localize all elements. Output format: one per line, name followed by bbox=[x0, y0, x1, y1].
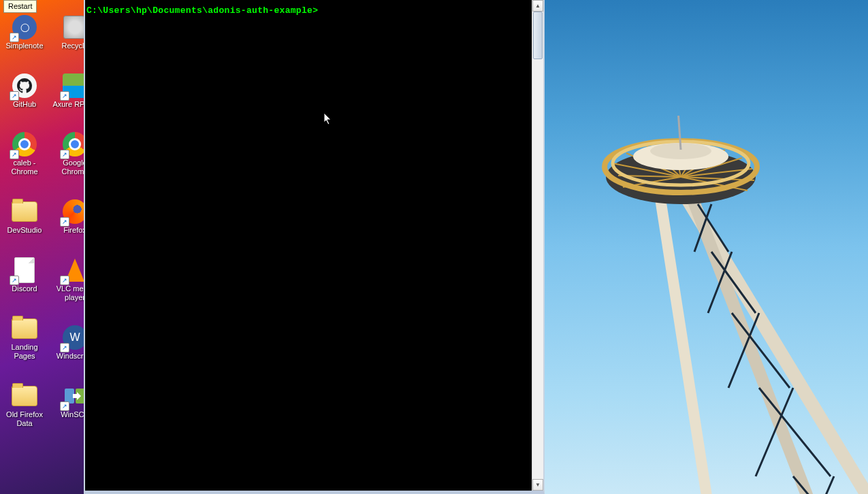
shortcut-arrow-icon: ↗ bbox=[60, 150, 69, 159]
icon-label: VLC media player bbox=[52, 284, 84, 302]
icon-label: GitHub bbox=[13, 100, 36, 109]
desktop-icon-recycle-bin[interactable]: Recycle bbox=[52, 14, 84, 50]
shortcut-arrow-icon: ↗ bbox=[10, 276, 19, 285]
restart-tooltip: Restart bbox=[3, 0, 37, 13]
shortcut-arrow-icon: ↗ bbox=[60, 276, 69, 285]
scroll-thumb[interactable] bbox=[533, 12, 543, 59]
scroll-up-button[interactable]: ▲ bbox=[532, 0, 543, 12]
desktop-icon-simplenote[interactable]: ◯ ↗ Simplenote bbox=[2, 14, 47, 50]
space-needle-image bbox=[585, 116, 868, 494]
desktop-icon-winscp[interactable]: ↗ WinSCP bbox=[52, 382, 84, 419]
shortcut-arrow-icon: ↗ bbox=[10, 91, 19, 101]
recycle-bin-icon bbox=[63, 16, 84, 39]
mouse-cursor-icon bbox=[323, 112, 333, 126]
icon-label: DevStudio bbox=[7, 226, 42, 235]
icon-label: Old Firefox Data bbox=[2, 410, 47, 428]
desktop-icon-discord[interactable]: ↗ Discord bbox=[2, 257, 47, 293]
shortcut-arrow-icon: ↗ bbox=[10, 33, 19, 42]
shortcut-arrow-icon: ↗ bbox=[60, 343, 69, 352]
desktop-right-wallpaper[interactable] bbox=[545, 0, 868, 494]
desktop-icon-landing-pages[interactable]: Landing Pages bbox=[2, 315, 47, 361]
icon-label: Windscribe bbox=[57, 352, 84, 361]
desktop-left-wallpaper[interactable]: Restart ◯ ↗ Simplenote ↗ GitHub bbox=[0, 0, 84, 494]
folder-icon bbox=[12, 386, 37, 406]
shortcut-arrow-icon: ↗ bbox=[60, 401, 69, 411]
desktop-icon-column-1: ◯ ↗ Simplenote ↗ GitHub ↗ bbox=[2, 14, 47, 428]
scroll-down-button[interactable]: ▼ bbox=[532, 479, 543, 491]
terminal-prompt: C:\Users\hp\Documents\adonis-auth-exampl… bbox=[86, 5, 318, 16]
desktop-icon-firefox[interactable]: ↗ Firefox bbox=[52, 198, 84, 235]
icon-label: caleb - Chrome bbox=[2, 159, 47, 176]
scroll-track[interactable] bbox=[532, 12, 543, 479]
folder-icon bbox=[12, 318, 37, 339]
icon-label: Discord bbox=[12, 284, 37, 293]
desktop-icon-caleb-chrome[interactable]: ↗ caleb - Chrome bbox=[2, 131, 47, 176]
shortcut-arrow-icon: ↗ bbox=[60, 91, 69, 101]
shortcut-arrow-icon: ↗ bbox=[60, 217, 69, 227]
shortcut-arrow-icon: ↗ bbox=[10, 150, 19, 159]
desktop-icon-axure[interactable]: ↗ Axure RP 7.0 bbox=[52, 72, 84, 109]
desktop: Restart ◯ ↗ Simplenote ↗ GitHub bbox=[0, 0, 868, 494]
desktop-icon-devstudio[interactable]: DevStudio bbox=[2, 198, 47, 235]
desktop-icon-column-2: Recycle ↗ Axure RP 7.0 ↗ Google Chrome bbox=[52, 14, 84, 419]
desktop-icon-vlc[interactable]: ↗ VLC media player bbox=[52, 257, 84, 302]
icon-label: Landing Pages bbox=[2, 343, 47, 361]
terminal-scrollbar[interactable]: ▲ ▼ bbox=[532, 0, 543, 491]
icon-label: Axure RP 7.0 bbox=[52, 100, 84, 109]
desktop-icon-windscribe[interactable]: W ↗ Windscribe bbox=[52, 324, 84, 361]
folder-icon bbox=[12, 201, 37, 222]
desktop-icon-github[interactable]: ↗ GitHub bbox=[2, 72, 47, 109]
icon-label: Google Chrome bbox=[52, 159, 84, 176]
icon-label: Recycle bbox=[61, 42, 84, 50]
icon-label: WinSCP bbox=[61, 410, 84, 419]
command-prompt-window[interactable]: C:\Users\hp\Documents\adonis-auth-exampl… bbox=[84, 0, 545, 494]
desktop-icon-old-firefox-data[interactable]: Old Firefox Data bbox=[2, 382, 47, 428]
icon-label: Simplenote bbox=[5, 42, 43, 50]
icon-label: Firefox bbox=[63, 226, 84, 235]
terminal-output-area[interactable]: C:\Users\hp\Documents\adonis-auth-exampl… bbox=[85, 0, 532, 491]
desktop-icon-google-chrome[interactable]: ↗ Google Chrome bbox=[52, 131, 84, 176]
